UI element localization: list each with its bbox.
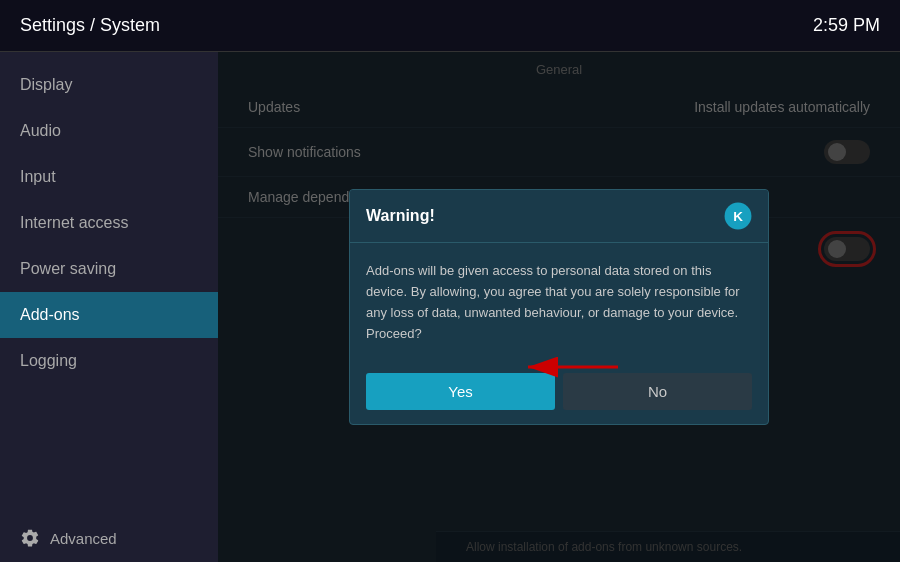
svg-text:K: K	[733, 209, 743, 224]
sidebar: Display Audio Input Internet access Powe…	[0, 52, 218, 562]
clock: 2:59 PM	[813, 15, 880, 36]
advanced-button[interactable]: Advanced	[0, 514, 218, 562]
no-button[interactable]: No	[563, 373, 752, 410]
sidebar-item-logging[interactable]: Logging	[0, 338, 218, 384]
main-layout: Display Audio Input Internet access Powe…	[0, 52, 900, 562]
kodi-logo-icon: K	[724, 202, 752, 230]
dialog-title: Warning!	[366, 207, 435, 225]
sidebar-item-internet-access[interactable]: Internet access	[0, 200, 218, 246]
sidebar-item-add-ons[interactable]: Add-ons	[0, 292, 218, 338]
dialog-overlay: Warning! K Add-ons will be given access …	[218, 52, 900, 562]
sidebar-item-power-saving[interactable]: Power saving	[0, 246, 218, 292]
sidebar-item-input[interactable]: Input	[0, 154, 218, 200]
main-content: General Updates Install updates automati…	[218, 52, 900, 562]
app-header: Settings / System 2:59 PM	[0, 0, 900, 52]
page-title: Settings / System	[20, 15, 160, 36]
dialog-body: Add-ons will be given access to personal…	[350, 243, 768, 362]
gear-icon	[20, 528, 40, 548]
sidebar-nav: Display Audio Input Internet access Powe…	[0, 62, 218, 384]
sidebar-item-audio[interactable]: Audio	[0, 108, 218, 154]
dialog-header: Warning! K	[350, 190, 768, 243]
advanced-label: Advanced	[50, 530, 117, 547]
sidebar-item-display[interactable]: Display	[0, 62, 218, 108]
yes-button[interactable]: Yes	[366, 373, 555, 410]
dialog-footer: Yes No	[350, 363, 768, 424]
warning-dialog: Warning! K Add-ons will be given access …	[349, 189, 769, 424]
